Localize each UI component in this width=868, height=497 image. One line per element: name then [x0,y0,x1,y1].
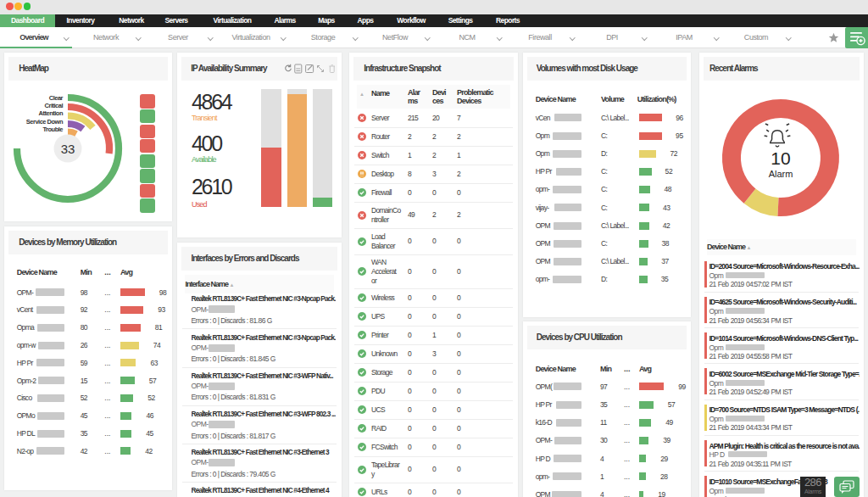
svg-text:33: 33 [61,142,75,156]
svg-text:Alarm: Alarm [769,169,793,179]
svg-text:10: 10 [771,148,790,168]
